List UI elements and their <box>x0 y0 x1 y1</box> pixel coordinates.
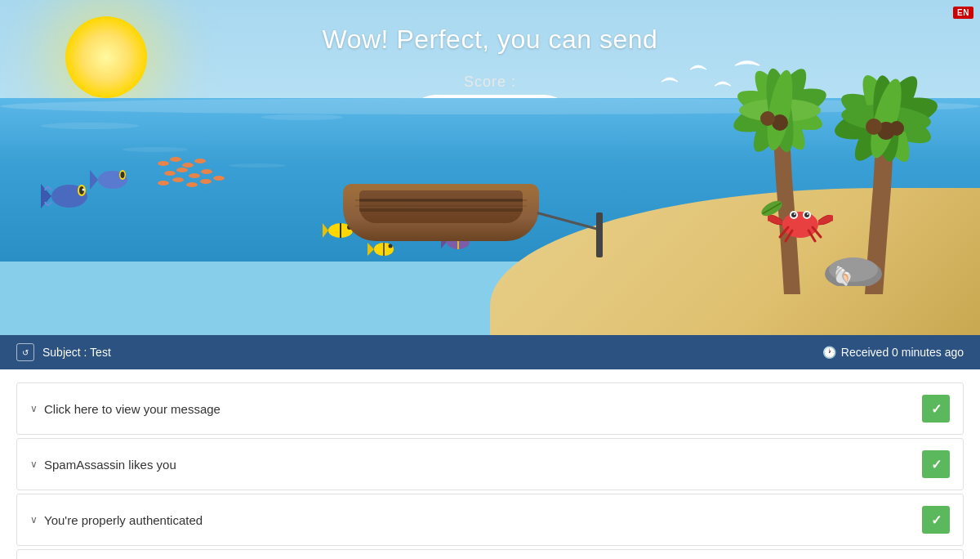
svg-point-3 <box>194 159 206 163</box>
svg-point-53 <box>866 119 882 135</box>
svg-point-4 <box>164 171 176 176</box>
clock-icon: 🕐 <box>822 346 836 359</box>
rope-post <box>596 212 603 257</box>
accordion-label-2: You're properly authenticated <box>44 513 203 527</box>
received-time: Received 0 minutes ago <box>841 346 964 359</box>
svg-point-68 <box>794 213 795 215</box>
chevron-icon-2: ∨ <box>30 514 38 525</box>
svg-point-0 <box>158 161 169 166</box>
accordion-item-3[interactable]: ∨ Your message is safe and well formatte… <box>16 549 964 559</box>
svg-point-2 <box>182 163 194 168</box>
svg-point-44 <box>760 111 775 126</box>
svg-point-65 <box>791 212 796 217</box>
svg-point-6 <box>189 173 200 178</box>
svg-point-9 <box>172 177 184 182</box>
svg-marker-28 <box>368 243 374 256</box>
blue-fish-2 <box>90 163 135 196</box>
check-badge-2: ✓ <box>922 506 950 534</box>
hero-scene: EN Wow! Perfect, you can send Score : 10… <box>0 0 980 335</box>
language-badge[interactable]: EN <box>953 7 973 19</box>
svg-point-5 <box>176 168 188 172</box>
accordion-item-2[interactable]: ∨ You're properly authenticated ✓ <box>16 494 964 546</box>
svg-point-67 <box>804 212 809 217</box>
svg-point-17 <box>82 189 85 191</box>
svg-point-10 <box>186 182 198 187</box>
chevron-icon-1: ∨ <box>30 458 38 470</box>
check-badge-1: ✓ <box>922 450 950 478</box>
refresh-icon[interactable]: ↺ <box>16 343 34 361</box>
svg-point-7 <box>201 169 212 174</box>
accordion-section: ∨ Click here to view your message ✓ ∨ Sp… <box>0 369 980 559</box>
accordion-label-1: SpamAssassin likes you <box>44 458 176 472</box>
svg-point-54 <box>889 121 904 136</box>
svg-point-69 <box>807 213 808 215</box>
svg-point-12 <box>213 176 225 181</box>
status-left: ↺ Subject : Test <box>16 343 111 361</box>
status-right: 🕐 Received 0 minutes ago <box>822 346 964 359</box>
svg-marker-19 <box>90 170 98 190</box>
svg-point-8 <box>158 181 169 186</box>
score-label: Score : <box>406 74 573 91</box>
boat <box>343 184 539 241</box>
svg-point-29 <box>389 244 393 248</box>
accordion-item-1[interactable]: ∨ SpamAssassin likes you ✓ <box>16 438 964 490</box>
svg-point-57 <box>782 212 818 238</box>
status-bar: ↺ Subject : Test 🕐 Received 0 minutes ag… <box>0 335 980 369</box>
svg-point-11 <box>200 179 212 184</box>
chevron-icon-0: ∨ <box>30 403 38 414</box>
svg-point-21 <box>121 172 125 178</box>
svg-point-1 <box>170 157 181 162</box>
accordion-label-0: Click here to view your message <box>44 402 220 416</box>
check-badge-0: ✓ <box>922 395 950 423</box>
fish-school <box>155 147 286 212</box>
email-subject: Subject : Test <box>42 346 111 359</box>
svg-marker-24 <box>323 223 328 238</box>
accordion-item-0[interactable]: ∨ Click here to view your message ✓ <box>16 382 964 435</box>
